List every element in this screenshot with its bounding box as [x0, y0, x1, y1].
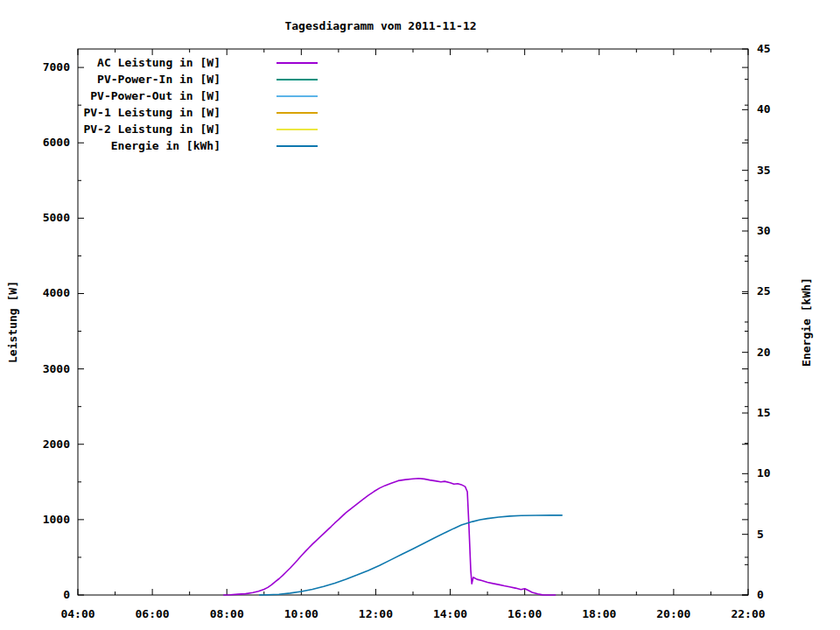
chart-canvas: Tagesdiagramm vom 2011-11-12 Leistung [W… — [0, 0, 840, 630]
y-right-tick-label: 25 — [757, 284, 771, 298]
legend-item-label: PV-1 Leistung in [W] — [77, 106, 220, 119]
legend-line-swatch — [276, 79, 318, 80]
legend-item-label: AC Leistung in [W] — [77, 56, 220, 69]
legend-item-pv-power-in: PV-Power-In in [W] — [77, 71, 331, 88]
y-right-tick-label: 45 — [757, 42, 771, 55]
series-line-energie-in-kwh- — [260, 515, 563, 595]
legend-line-swatch — [276, 129, 318, 130]
y-right-tick-label: 10 — [757, 466, 771, 480]
legend-line-swatch — [276, 145, 318, 147]
y-right-tick-label: 30 — [757, 224, 771, 237]
x-tick-label: 18:00 — [573, 607, 626, 620]
series-line-ac-leistung-in-w- — [224, 479, 556, 595]
y-left-tick-label: 5000 — [0, 211, 70, 224]
x-tick-label: 06:00 — [126, 607, 178, 620]
legend-item-pv1: PV-1 Leistung in [W] — [77, 104, 331, 121]
y-left-tick-label: 7000 — [0, 60, 70, 74]
y-left-tick-label: 4000 — [0, 286, 70, 299]
y-right-tick-label: 15 — [757, 406, 771, 419]
y-left-tick-label: 2000 — [0, 438, 70, 451]
legend-line-swatch — [276, 62, 318, 64]
legend-item-pv-power-out: PV-Power-Out in [W] — [77, 88, 331, 104]
y-right-tick-label: 0 — [757, 588, 764, 601]
y-axis-label-right: Energie [kWh] — [800, 277, 813, 367]
x-tick-label: 14:00 — [424, 607, 477, 620]
legend-item-ac: AC Leistung in [W] — [77, 54, 331, 71]
legend-item-label: PV-Power-In in [W] — [77, 73, 220, 86]
x-tick-label: 04:00 — [52, 607, 104, 620]
x-tick-label: 10:00 — [275, 607, 327, 620]
legend-line-swatch — [276, 112, 318, 114]
x-tick-label: 12:00 — [349, 607, 402, 620]
y-left-tick-label: 3000 — [0, 362, 70, 375]
x-tick-label: 20:00 — [648, 607, 700, 620]
legend-item-pv2: PV-2 Leistung in [W] — [77, 121, 331, 137]
y-right-tick-label: 35 — [757, 164, 771, 177]
legend-item-energie: Energie in [kWh] — [77, 137, 331, 154]
legend-item-label: Energie in [kWh] — [77, 139, 220, 152]
x-tick-label: 16:00 — [499, 607, 551, 620]
y-left-tick-label: 0 — [0, 588, 70, 601]
x-tick-label: 08:00 — [200, 607, 253, 620]
x-tick-label: 22:00 — [722, 607, 774, 620]
y-left-tick-label: 1000 — [0, 513, 70, 526]
y-right-tick-label: 20 — [757, 346, 771, 359]
y-right-tick-label: 5 — [757, 528, 764, 541]
legend-line-swatch — [276, 95, 318, 97]
y-right-tick-label: 40 — [757, 102, 771, 116]
legend-item-label: PV-Power-Out in [W] — [77, 89, 220, 102]
legend-item-label: PV-2 Leistung in [W] — [77, 122, 220, 136]
y-left-tick-label: 6000 — [0, 136, 70, 149]
